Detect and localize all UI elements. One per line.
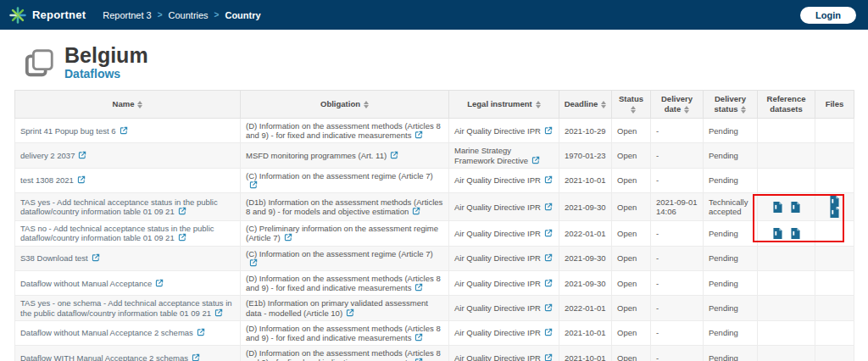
- external-link-icon[interactable]: [346, 308, 354, 317]
- external-link-icon[interactable]: [178, 233, 186, 242]
- column-header-delivery_date[interactable]: Delivery date: [651, 91, 704, 119]
- page-subtitle: Dataflows: [64, 67, 148, 81]
- sort-icon[interactable]: [137, 101, 142, 108]
- legal_instrument-text: Marine Strategy Framework Directive: [454, 146, 528, 164]
- external-link-icon[interactable]: [192, 353, 200, 361]
- cell-delivery_date: -: [651, 271, 704, 296]
- dataset-file-icon[interactable]: [791, 228, 800, 239]
- obligation-text: (D) Information on the assessment method…: [246, 348, 441, 361]
- dataset-file-icon[interactable]: [830, 207, 839, 218]
- cell-delivery_date: -: [651, 221, 704, 246]
- sort-icon[interactable]: [536, 101, 541, 108]
- column-header-delivery_status[interactable]: Delivery status: [704, 91, 758, 119]
- delivery_status-text: Pending: [709, 328, 738, 337]
- cell-legal_instrument: Air Quality Directive IPR: [449, 221, 559, 246]
- dataset-file-icon[interactable]: [830, 196, 839, 207]
- delivery_date-text: -: [656, 253, 659, 263]
- cell-reference_datasets: [758, 168, 815, 192]
- external-link-icon[interactable]: [92, 253, 100, 262]
- cell-legal_instrument: Air Quality Directive IPR: [449, 271, 559, 296]
- delivery_date-text: -: [656, 353, 659, 361]
- external-link-icon[interactable]: [78, 151, 86, 159]
- column-header-name[interactable]: Name: [15, 91, 241, 119]
- status-text: Open: [617, 303, 637, 313]
- cell-status: Open: [612, 346, 651, 361]
- external-link-icon[interactable]: [544, 303, 553, 312]
- external-link-icon[interactable]: [415, 358, 423, 361]
- cell-files: [815, 143, 854, 168]
- delivery_date-text: -: [656, 151, 659, 160]
- obligation-text: (C) Information on the assessment regime…: [246, 249, 433, 258]
- column-header-status[interactable]: Status: [612, 91, 651, 119]
- login-button[interactable]: Login: [800, 7, 856, 24]
- legal_instrument-text: Air Quality Directive IPR: [454, 175, 541, 185]
- cell-delivery_status: Pending: [704, 168, 758, 192]
- name-text: test 1308 2021: [20, 175, 74, 185]
- external-link-icon[interactable]: [197, 328, 205, 336]
- external-link-icon[interactable]: [284, 233, 292, 242]
- table-header-row: NameObligationLegal instrumentDeadlineSt…: [15, 91, 854, 119]
- external-link-icon[interactable]: [249, 180, 258, 189]
- external-link-icon[interactable]: [120, 126, 128, 135]
- dataset-file-icon[interactable]: [773, 202, 782, 213]
- external-link-icon[interactable]: [544, 253, 553, 262]
- breadcrumb-item-reportnet3[interactable]: Reportnet 3: [103, 10, 151, 20]
- column-header-deadline[interactable]: Deadline: [559, 91, 612, 119]
- external-link-icon[interactable]: [544, 175, 553, 184]
- external-link-icon[interactable]: [531, 156, 540, 164]
- column-label: Deadline: [565, 99, 598, 108]
- external-link-icon[interactable]: [214, 308, 223, 317]
- external-link-icon[interactable]: [412, 207, 420, 215]
- cell-files: [815, 221, 854, 246]
- cell-delivery_date: -: [651, 119, 704, 143]
- legal_instrument-text: Air Quality Directive IPR: [454, 353, 541, 361]
- cell-status: Open: [612, 296, 651, 320]
- external-link-icon[interactable]: [77, 175, 86, 184]
- column-header-legal_instrument[interactable]: Legal instrument: [449, 91, 559, 119]
- external-link-icon[interactable]: [249, 258, 258, 267]
- table-row: Sprint 41 Popup bug test 6(D) Informatio…: [15, 119, 854, 143]
- cell-obligation: (C) Information on the assessment regime…: [241, 246, 449, 270]
- external-link-icon[interactable]: [415, 283, 423, 292]
- cell-obligation: (D) Information on the assessment method…: [241, 119, 449, 143]
- external-link-icon[interactable]: [155, 279, 164, 287]
- external-link-icon[interactable]: [544, 229, 553, 237]
- external-link-icon[interactable]: [390, 151, 398, 159]
- table-row: Dataflow without Manual Acceptance(D) In…: [15, 271, 854, 296]
- name-text: S38 Download test: [20, 253, 88, 263]
- sort-icon[interactable]: [631, 106, 636, 114]
- reportnet-logo[interactable]: Reportnet: [8, 6, 86, 25]
- sort-icon[interactable]: [684, 106, 689, 114]
- name-text: Dataflow without Manual Acceptance 2 sch…: [20, 328, 193, 337]
- dataset-file-icon[interactable]: [791, 202, 800, 213]
- external-link-icon[interactable]: [544, 203, 553, 211]
- cell-status: Open: [612, 271, 651, 296]
- external-link-icon[interactable]: [415, 131, 423, 139]
- breadcrumb-item-country: Country: [225, 10, 260, 20]
- external-link-icon[interactable]: [178, 207, 186, 215]
- table-row: TAS yes - one schema - Add technical acc…: [15, 296, 854, 320]
- name-text: delivery 2 2037: [20, 151, 75, 160]
- external-link-icon[interactable]: [415, 333, 423, 342]
- dataset-file-icon[interactable]: [773, 228, 782, 239]
- deadline-text: 2021-10-01: [565, 175, 606, 185]
- external-link-icon[interactable]: [544, 353, 553, 361]
- breadcrumb: Reportnet 3 > Countries > Country: [103, 10, 260, 20]
- legal_instrument-text: Air Quality Directive IPR: [454, 279, 541, 288]
- cell-delivery_status: Pending: [704, 320, 758, 345]
- sort-icon[interactable]: [364, 101, 369, 108]
- cell-deadline: 2021-10-29: [559, 119, 612, 143]
- external-link-icon[interactable]: [544, 126, 553, 135]
- external-link-icon[interactable]: [544, 328, 553, 336]
- external-link-icon[interactable]: [544, 279, 553, 287]
- cell-reference_datasets: [758, 119, 815, 143]
- cell-name: TAS yes - Add technical acceptance statu…: [15, 193, 241, 221]
- sort-icon[interactable]: [601, 101, 606, 108]
- cell-status: Open: [612, 193, 651, 221]
- cell-delivery_date: -: [651, 346, 704, 361]
- sort-icon[interactable]: [741, 106, 746, 114]
- cell-name: Dataflow without Manual Acceptance: [15, 271, 241, 296]
- column-header-obligation[interactable]: Obligation: [241, 91, 449, 119]
- cell-deadline: 2021-10-01: [559, 346, 612, 361]
- breadcrumb-item-countries[interactable]: Countries: [169, 10, 209, 20]
